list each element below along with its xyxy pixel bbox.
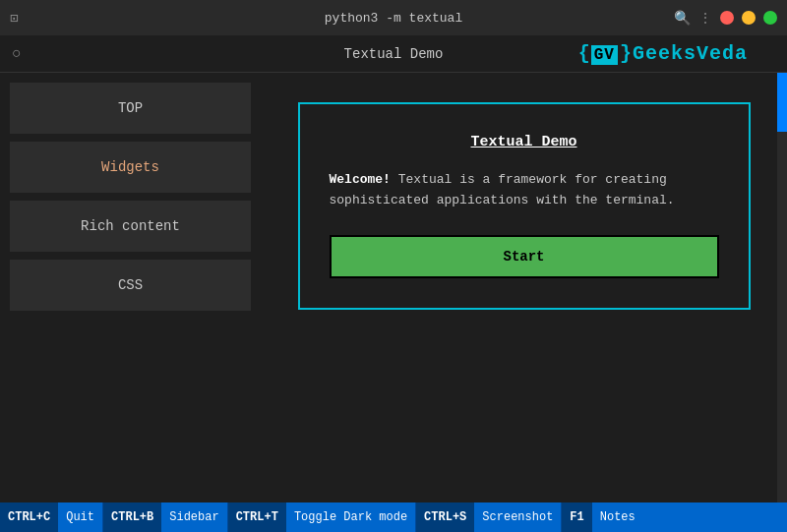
status-item-ctrl-b[interactable]: CTRL+B Sidebar: [103, 502, 227, 532]
sidebar-item-css[interactable]: CSS: [10, 260, 251, 311]
minimize-button[interactable]: [742, 11, 756, 25]
title-bar-title: python3 -m textual: [325, 11, 462, 26]
app-bar-title: Textual Demo: [344, 46, 444, 62]
status-item-f1[interactable]: F1 Notes: [562, 502, 642, 532]
close-button[interactable]: [720, 11, 734, 25]
f1-label: Notes: [592, 502, 643, 532]
sidebar-item-rich-content[interactable]: Rich content: [10, 201, 251, 252]
sidebar: TOP Widgets Rich content CSS: [0, 73, 261, 502]
ctrl-b-key: CTRL+B: [103, 502, 161, 532]
status-item-ctrl-t[interactable]: CTRL+T Toggle Dark mode: [228, 502, 415, 532]
content-area: Textual Demo Welcome! Textual is a frame…: [261, 73, 787, 502]
geeksveda-logo: {GV}GeeksVeda: [578, 42, 748, 65]
demo-panel-title: Textual Demo: [330, 134, 719, 150]
title-bar-right: 🔍 ⋮: [674, 10, 777, 27]
status-item-ctrl-s[interactable]: CTRL+S Screenshot: [416, 502, 561, 532]
app-loading-icon: ○: [12, 45, 22, 63]
app-bar: ○ Textual Demo {GV}GeeksVeda: [0, 35, 787, 73]
demo-panel-text: Welcome! Textual is a framework for crea…: [330, 170, 719, 211]
title-bar: ⊡ python3 -m textual 🔍 ⋮: [0, 0, 787, 35]
scrollbar-thumb: [777, 73, 787, 132]
welcome-bold: Welcome!: [330, 172, 391, 187]
search-icon[interactable]: 🔍: [674, 10, 691, 27]
status-item-ctrl-c[interactable]: CTRL+C Quit: [0, 502, 102, 532]
status-bar: CTRL+C Quit CTRL+B Sidebar CTRL+T Toggle…: [0, 502, 787, 532]
window-icon: ⊡: [10, 10, 18, 27]
ctrl-t-key: CTRL+T: [228, 502, 286, 532]
ctrl-b-label: Sidebar: [161, 502, 226, 532]
menu-icon[interactable]: ⋮: [698, 10, 712, 27]
ctrl-s-label: Screenshot: [474, 502, 561, 532]
ctrl-t-label: Toggle Dark mode: [286, 502, 415, 532]
maximize-button[interactable]: [763, 11, 777, 25]
start-button[interactable]: Start: [330, 235, 719, 278]
f1-key: F1: [562, 502, 591, 532]
ctrl-c-key: CTRL+C: [0, 502, 58, 532]
title-bar-left: ⊡: [10, 10, 18, 27]
ctrl-c-label: Quit: [58, 502, 102, 532]
sidebar-item-widgets[interactable]: Widgets: [10, 142, 251, 193]
right-scrollbar[interactable]: [777, 73, 787, 502]
ctrl-s-key: CTRL+S: [416, 502, 474, 532]
sidebar-item-top[interactable]: TOP: [10, 83, 251, 134]
main-content: TOP Widgets Rich content CSS Textual Dem…: [0, 73, 787, 502]
demo-panel: Textual Demo Welcome! Textual is a frame…: [298, 102, 751, 310]
